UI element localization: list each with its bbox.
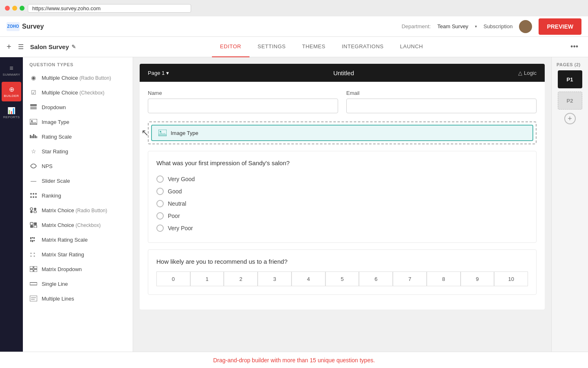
- nps-4[interactable]: 4: [292, 272, 325, 286]
- multiple-lines-icon: [29, 294, 38, 303]
- option-very-good-label: Very Good: [168, 176, 195, 182]
- svg-text:✦: ✦: [30, 255, 32, 257]
- menu-button[interactable]: ☰: [18, 43, 24, 51]
- bottom-bar: Drag-and-drop builder with more than 15 …: [0, 352, 588, 368]
- nps-1[interactable]: 1: [190, 272, 224, 286]
- tab-launch[interactable]: LAUNCH: [392, 37, 431, 57]
- qt-rating-scale[interactable]: Rating Scale: [23, 129, 133, 144]
- option-poor[interactable]: Poor: [156, 210, 528, 222]
- tab-themes[interactable]: THEMES: [294, 37, 334, 57]
- svg-text:✦: ✦: [33, 255, 36, 257]
- option-very-poor[interactable]: Very Poor: [156, 222, 528, 234]
- nps-7[interactable]: 7: [393, 272, 427, 286]
- matrix-radio-icon: [29, 206, 38, 214]
- page-label[interactable]: Page 1: [148, 70, 165, 76]
- editor-area: Page 1 ▾ Untitled △ Logic Name Email: [133, 57, 551, 352]
- qt-label-nps: NPS: [42, 163, 126, 169]
- svg-rect-37: [34, 269, 37, 272]
- panel-title: QUESTION TYPES: [23, 62, 133, 70]
- qt-multiple-choice-radio[interactable]: ◉ Multiple Choice (Radio Button): [23, 70, 133, 85]
- qt-single-line[interactable]: Single Line: [23, 276, 133, 291]
- tab-editor[interactable]: EDITOR: [212, 37, 249, 57]
- more-options-button[interactable]: •••: [567, 43, 581, 51]
- preview-button[interactable]: PREVIEW: [539, 18, 581, 35]
- nav-item-summary[interactable]: ≡ SUMMARY: [2, 61, 21, 80]
- matrix-star-icon: ✦ ✦ ✦ ✦: [29, 250, 38, 258]
- main-layout: ≡ SUMMARY ⊕ BUILDER 📊 REPORTS QUESTION T…: [0, 57, 588, 352]
- qt-matrix-rating-scale[interactable]: Matrix Rating Scale: [23, 232, 133, 247]
- qt-star-rating[interactable]: ☆ Star Rating: [23, 144, 133, 159]
- nps-9[interactable]: 9: [461, 272, 494, 286]
- name-input[interactable]: [148, 99, 338, 113]
- star-rating-icon: ☆: [29, 147, 38, 155]
- svg-rect-2: [30, 108, 37, 109]
- zoho-logo: ZOHO Survey: [7, 22, 44, 31]
- form-row: Name Email: [148, 90, 537, 113]
- maximize-dot[interactable]: [20, 6, 24, 11]
- logic-button[interactable]: △ Logic: [518, 70, 537, 76]
- nps-2[interactable]: 2: [224, 272, 258, 286]
- avatar[interactable]: [519, 20, 532, 33]
- qt-ranking[interactable]: Ranking: [23, 188, 133, 203]
- summary-icon: ≡: [9, 65, 13, 72]
- bottom-bar-text: Drag-and-drop builder with more than 15 …: [213, 357, 375, 364]
- option-very-good[interactable]: Very Good: [156, 173, 528, 185]
- radio-neutral: [156, 200, 164, 207]
- nps-icon: [29, 162, 38, 170]
- nps-3[interactable]: 3: [258, 272, 292, 286]
- svg-rect-27: [30, 240, 31, 242]
- qt-multiple-choice-checkbox[interactable]: ☑ Multiple Choice (Checkbox): [23, 85, 133, 100]
- dept-dropdown-icon[interactable]: ▾: [475, 24, 477, 29]
- nav-item-reports[interactable]: 📊 REPORTS: [2, 103, 21, 123]
- nps-10[interactable]: 10: [494, 272, 528, 286]
- add-button[interactable]: +: [7, 42, 11, 52]
- qt-image-type[interactable]: Image Type: [23, 114, 133, 129]
- option-good[interactable]: Good: [156, 185, 528, 197]
- option-neutral-label: Neutral: [168, 200, 186, 207]
- add-page-button[interactable]: +: [564, 113, 576, 124]
- rating-scale-icon: [29, 132, 38, 141]
- qt-label-multiple-lines: Multiple Lines: [42, 296, 126, 302]
- qt-matrix-dropdown[interactable]: Matrix Dropdown: [23, 262, 133, 276]
- url-bar[interactable]: https://www.survey.zoho.com: [28, 4, 191, 13]
- dept-label: Department:: [401, 23, 431, 29]
- qt-label-matrix-star: Matrix Star Rating: [42, 251, 126, 258]
- nps-5[interactable]: 5: [325, 272, 359, 286]
- matrix-checkbox-icon: [29, 221, 38, 229]
- qt-matrix-choice-radio[interactable]: Matrix Choice (Radio Button): [23, 203, 133, 218]
- page-thumb-2[interactable]: P2: [558, 92, 582, 110]
- app-header-right: Department: Team Survey ▾ Subscription P…: [401, 18, 581, 35]
- edit-icon[interactable]: ✎: [71, 44, 76, 50]
- survey-content: Name Email ↖ Image Type What was your fi…: [140, 82, 545, 310]
- dept-name[interactable]: Team Survey: [437, 23, 468, 29]
- qt-multiple-lines[interactable]: Multiple Lines: [23, 291, 133, 306]
- minimize-dot[interactable]: [12, 6, 17, 11]
- survey-title-text: Salon Survey: [30, 43, 69, 50]
- drag-drop-inner[interactable]: Image Type: [151, 125, 533, 141]
- svg-rect-23: [34, 225, 37, 228]
- qt-label-single-line: Single Line: [42, 281, 126, 287]
- nps-6[interactable]: 6: [359, 272, 393, 286]
- svg-rect-28: [32, 240, 33, 242]
- qt-nps[interactable]: NPS: [23, 159, 133, 173]
- nav-item-builder[interactable]: ⊕ BUILDER: [2, 82, 21, 101]
- tab-integrations[interactable]: INTEGRATIONS: [334, 37, 392, 57]
- qt-matrix-star-rating[interactable]: ✦ ✦ ✦ ✦ Matrix Star Rating: [23, 247, 133, 262]
- tab-settings[interactable]: SETTINGS: [249, 37, 294, 57]
- nps-8[interactable]: 8: [427, 272, 461, 286]
- subscription-link[interactable]: Subscription: [483, 23, 513, 29]
- survey-title-container: Salon Survey ✎: [30, 43, 76, 50]
- qt-matrix-choice-checkbox[interactable]: Matrix Choice (Checkbox): [23, 218, 133, 232]
- page-dropdown-icon[interactable]: ▾: [166, 70, 169, 76]
- email-input[interactable]: [346, 99, 537, 113]
- qt-label-mc-radio: Multiple Choice (Radio Button): [42, 75, 126, 81]
- cursor-indicator: ↖: [141, 128, 149, 138]
- nps-0[interactable]: 0: [156, 272, 190, 286]
- page-thumb-1[interactable]: P1: [558, 70, 582, 88]
- option-neutral[interactable]: Neutral: [156, 197, 528, 210]
- close-dot[interactable]: [5, 6, 10, 11]
- summary-label: SUMMARY: [3, 73, 20, 76]
- svg-rect-21: [34, 222, 37, 225]
- qt-dropdown[interactable]: Dropdown: [23, 100, 133, 114]
- qt-slider-scale[interactable]: — Slider Scale: [23, 173, 133, 188]
